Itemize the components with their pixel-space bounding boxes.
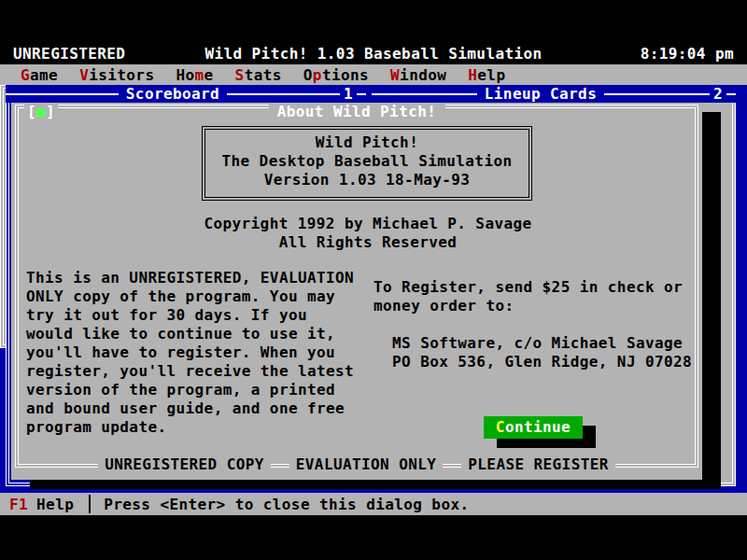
registration-address-text: To Register, send $25 in check or money … (374, 278, 692, 371)
copyright-text: Copyright 1992 by Michael P. Savage All … (34, 215, 702, 252)
title-rule (6, 93, 119, 95)
continue-button[interactable]: Continue (484, 416, 583, 439)
title-rule (726, 93, 736, 95)
scoreboard-title-bar: Scoreboard 1 (6, 85, 366, 103)
menu-item-home[interactable]: Home (166, 66, 222, 84)
lineup-title-bar: Lineup Cards 2 (372, 85, 736, 103)
clock: 8:19:04 pm (641, 45, 734, 63)
title-rule (604, 93, 710, 95)
screen: UNREGISTERED Wild Pitch! 1.03 Baseball S… (0, 0, 747, 560)
lineup-window-number: 2 (710, 85, 726, 103)
menu-bar: Game Visitors Home Stats Options Window … (0, 64, 747, 85)
menu-item-window[interactable]: Window (381, 66, 456, 84)
app-title-bar: UNREGISTERED Wild Pitch! 1.03 Baseball S… (0, 43, 747, 64)
about-dialog: [■] About Wild Pitch! Wild Pitch! The De… (11, 103, 702, 480)
footer-evaluation-only: EVALUATION ONLY (289, 455, 444, 473)
menu-item-visitors[interactable]: Visitors (70, 66, 163, 84)
dialog-title: About Wild Pitch! (269, 103, 445, 120)
footer-please-register: PLEASE REGISTER (461, 455, 615, 473)
status-divider (89, 495, 91, 513)
menu-item-help[interactable]: Help (458, 66, 514, 84)
desktop: Scoreboard 1 Lineup Cards 2 [■] About Wi… (0, 85, 747, 493)
lineup-title: Lineup Cards (477, 85, 604, 103)
help-label[interactable]: Help (36, 496, 74, 513)
footer-unregistered-copy: UNREGISTERED COPY (98, 455, 271, 473)
scoreboard-title: Scoreboard (119, 85, 227, 103)
scoreboard-window-number: 1 (340, 85, 357, 103)
status-bar: F1 Help Press <Enter> to close this dial… (0, 493, 747, 515)
title-rule (357, 93, 366, 95)
app-title: Wild Pitch! 1.03 Baseball Simulation (0, 45, 747, 63)
title-rule (372, 93, 477, 95)
menu-item-stats[interactable]: Stats (226, 66, 291, 84)
title-rule (227, 93, 340, 95)
program-info-box: Wild Pitch! The Desktop Baseball Simulat… (202, 126, 532, 201)
close-button[interactable]: [■] (24, 103, 58, 121)
close-icon: ■ (36, 103, 46, 120)
evaluation-notice-text: This is an UNREGISTERED, EVALUATION ONLY… (26, 269, 354, 437)
dialog-footer-banner: UNREGISTERED COPY EVALUATION ONLY PLEASE… (11, 455, 702, 473)
menu-item-options[interactable]: Options (294, 66, 378, 84)
f1-help-shortcut[interactable]: F1 (9, 496, 28, 513)
menu-item-game[interactable]: Game (11, 66, 67, 84)
status-message: Press <Enter> to close this dialog box. (104, 496, 469, 513)
